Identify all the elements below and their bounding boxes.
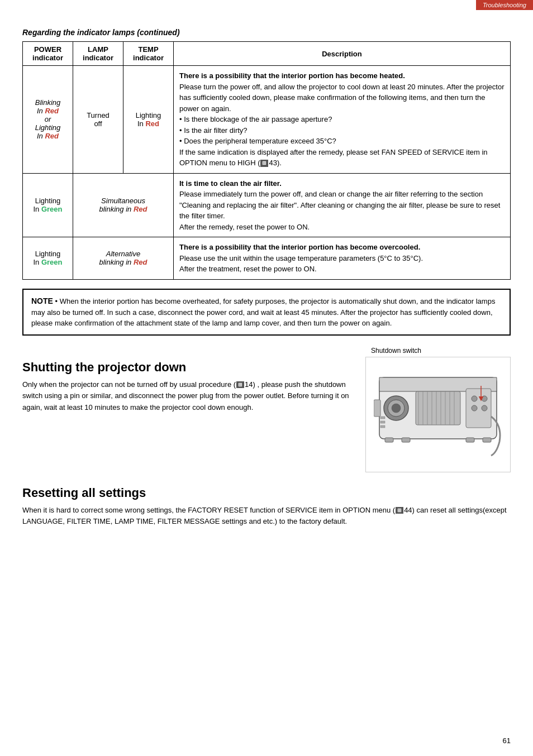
resetting-heading: Resetting all settings xyxy=(22,486,511,500)
shutting-body: Only when the projector can not be turne… xyxy=(22,379,354,414)
resetting-body: When it is hard to correct some wrong se… xyxy=(22,505,511,528)
power-cell-3: LightingIn Green xyxy=(23,237,73,280)
note-bullet: • xyxy=(55,297,60,305)
lamp-status-1: Turnedoff xyxy=(87,111,110,128)
svg-rect-21 xyxy=(385,438,393,442)
svg-rect-26 xyxy=(380,417,385,419)
svg-point-4 xyxy=(392,404,401,413)
header-bar: Troubleshooting xyxy=(476,0,533,10)
projector-diagram xyxy=(365,357,511,472)
desc-bold-1: There is a possibility that the interior… xyxy=(179,71,405,80)
temp-cell-1: LightingIn Red xyxy=(123,66,174,174)
shutdown-switch-label: Shutdown switch xyxy=(365,347,511,355)
shutting-text: Shutting the projector down Only when th… xyxy=(22,347,354,472)
ref-icon-44: ⊞ xyxy=(396,507,403,514)
svg-rect-23 xyxy=(466,438,474,442)
desc-cell-1: There is a possibility that the interior… xyxy=(174,66,511,174)
shutting-section: Shutting the projector down Only when th… xyxy=(22,347,511,472)
power-cell-1: BlinkingIn RedorLightingIn Red xyxy=(23,66,73,174)
shutting-heading: Shutting the projector down xyxy=(22,360,354,375)
resetting-section: Resetting all settings When it is hard t… xyxy=(22,486,511,528)
desc-cell-2: It is time to clean the air filter. Plea… xyxy=(174,173,511,237)
svg-rect-28 xyxy=(380,425,385,428)
page-container: Troubleshooting Regarding the indicator … xyxy=(0,0,533,756)
svg-point-16 xyxy=(472,396,477,401)
svg-rect-25 xyxy=(374,400,380,417)
power-status-2: LightingIn Green xyxy=(33,197,62,213)
section-title: Regarding the indicator lamps (continued… xyxy=(22,28,511,37)
svg-point-18 xyxy=(472,405,477,411)
desc-normal-2: Please immediately turn the power off, a… xyxy=(179,190,500,231)
col-header-desc: Description xyxy=(174,42,511,66)
ref-icon-14: ⊞ xyxy=(236,381,244,389)
power-status-3: LightingIn Green xyxy=(33,250,62,266)
header-label: Troubleshooting xyxy=(483,2,526,8)
desc-bold-3: There is a possibility that the interior… xyxy=(179,243,420,251)
note-box: NOTE • When the interior portion has bec… xyxy=(22,289,511,336)
note-label: NOTE xyxy=(31,296,53,305)
svg-rect-5 xyxy=(416,391,460,425)
indicator-table: POWERindicator LAMPindicator TEMPindicat… xyxy=(22,41,511,280)
shutting-image: Shutdown switch xyxy=(365,347,511,472)
temp-status-1: LightingIn Red xyxy=(136,111,161,128)
lamp-cell-2: Simultaneousblinking in Red xyxy=(73,173,174,237)
desc-bold-2: It is time to clean the air filter. xyxy=(179,179,282,188)
desc-normal-3: Please use the unit within the usage tem… xyxy=(179,254,423,274)
svg-rect-27 xyxy=(380,421,385,423)
svg-rect-22 xyxy=(402,438,410,442)
lamp-status-3: Alternativeblinking in Red xyxy=(99,250,147,266)
power-cell-2: LightingIn Green xyxy=(23,173,73,237)
page-number: 61 xyxy=(503,736,511,745)
table-row: LightingIn Green Alternativeblinking in … xyxy=(23,237,511,280)
desc-cell-3: There is a possibility that the interior… xyxy=(174,237,511,280)
svg-point-17 xyxy=(482,396,487,401)
table-row: BlinkingIn RedorLightingIn Red Turnedoff… xyxy=(23,66,511,174)
lamp-status-2: Simultaneousblinking in Red xyxy=(99,197,147,213)
lamp-cell-1: Turnedoff xyxy=(73,66,123,174)
svg-rect-24 xyxy=(483,438,491,442)
projector-svg xyxy=(374,361,502,467)
note-text: When the interior portion has become ove… xyxy=(31,297,495,328)
col-header-temp: TEMPindicator xyxy=(123,42,174,66)
table-row: LightingIn Green Simultaneousblinking in… xyxy=(23,173,511,237)
col-header-power: POWERindicator xyxy=(23,42,73,66)
svg-point-19 xyxy=(482,405,487,411)
col-header-lamp: LAMPindicator xyxy=(73,42,123,66)
lamp-cell-3: Alternativeblinking in Red xyxy=(73,237,174,280)
power-status-1: BlinkingIn RedorLightingIn Red xyxy=(35,98,61,140)
desc-normal-1: Please turn the power off, and allow the… xyxy=(179,83,504,168)
